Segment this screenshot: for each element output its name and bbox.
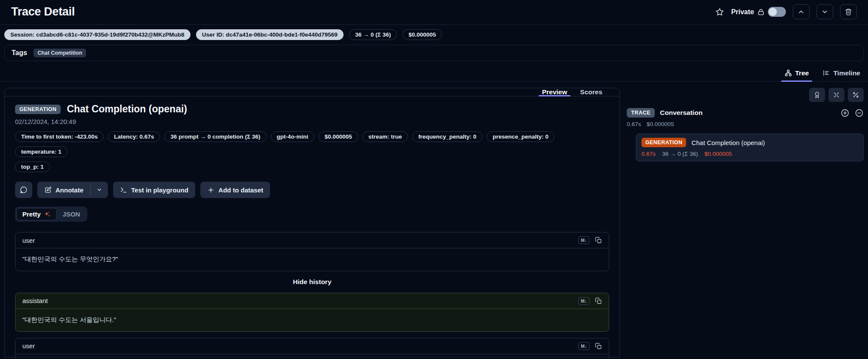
generation-latency: 0.67s bbox=[641, 151, 656, 157]
markdown-toggle-button[interactable]: M↓ bbox=[578, 236, 589, 244]
add-to-dataset-button[interactable]: Add to dataset bbox=[200, 182, 270, 198]
tree-icon bbox=[785, 69, 792, 77]
terminal-icon bbox=[120, 186, 127, 194]
comment-button[interactable] bbox=[15, 182, 32, 198]
trace-cost: $0.000005 bbox=[647, 121, 674, 127]
annotate-dropdown-button[interactable] bbox=[91, 182, 108, 198]
total-cost-badge: $0.000005 bbox=[402, 29, 442, 40]
prompt-completion-badge: 36 prompt → 0 completion (Σ 36) bbox=[164, 131, 266, 142]
message-tools: M↓ bbox=[578, 297, 602, 305]
message-header: assistant M↓ bbox=[15, 293, 609, 309]
annotate-label: Annotate bbox=[55, 186, 83, 194]
latency-badge: Latency: 0.67s bbox=[108, 131, 160, 142]
tree-generation-item[interactable]: GENERATION Chat Completion (openai) 0.67… bbox=[636, 133, 864, 161]
top-p-badge: top_p: 1 bbox=[15, 161, 50, 172]
tags-label: Tags bbox=[12, 49, 27, 57]
annotate-button[interactable]: Annotate bbox=[37, 182, 90, 198]
markdown-toggle-button[interactable]: M↓ bbox=[578, 297, 589, 305]
generation-cost: $0.000005 bbox=[704, 151, 732, 157]
privacy-label: Private bbox=[731, 8, 754, 16]
tab-preview-label: Preview bbox=[542, 88, 567, 96]
privacy-toggle[interactable] bbox=[768, 7, 786, 17]
delete-trace-button[interactable] bbox=[840, 4, 857, 19]
cost-badge: $0.000005 bbox=[319, 131, 358, 142]
preview-scores-tabs: Preview Scores bbox=[5, 88, 620, 96]
tags-bar: Tags Chat Competition bbox=[4, 45, 864, 61]
message-assistant: assistant M↓ "대한민국의 수도는 서울입니다." bbox=[15, 293, 609, 332]
tab-timeline[interactable]: Timeline bbox=[822, 65, 861, 81]
timeline-icon bbox=[822, 69, 830, 77]
observation-header: GENERATION Chat Completion (openai) bbox=[15, 103, 609, 115]
tab-tree[interactable]: Tree bbox=[784, 65, 810, 81]
format-json-label: JSON bbox=[63, 210, 80, 218]
scores-award-icon-button[interactable] bbox=[809, 88, 825, 102]
session-badge[interactable]: Session: cd3abcd6-c81c-4037-935d-19d9f27… bbox=[4, 29, 190, 40]
trace-root-row[interactable]: TRACE Conversation bbox=[627, 108, 864, 118]
hide-history-toggle[interactable]: Hide history bbox=[15, 278, 609, 286]
metrics-percent-icon-button[interactable] bbox=[848, 88, 864, 102]
tab-tree-label: Tree bbox=[795, 69, 809, 77]
message-tools: M↓ bbox=[578, 236, 602, 244]
message-content: "대한민국의 수도는 무엇인가요?" bbox=[15, 248, 609, 271]
prev-trace-button[interactable] bbox=[793, 4, 810, 19]
trace-title: Conversation bbox=[660, 109, 702, 117]
copy-icon[interactable] bbox=[595, 237, 602, 244]
format-json-button[interactable]: JSON bbox=[57, 208, 86, 220]
message-tools: M↓ bbox=[578, 342, 602, 350]
message-role: assistant bbox=[22, 297, 48, 304]
message-header: user M↓ bbox=[15, 232, 609, 248]
generation-item-metrics: 0.67s 36 → 0 (Σ 36) $0.000005 bbox=[641, 151, 858, 157]
copy-icon[interactable] bbox=[595, 297, 602, 304]
observation-title: Chat Completion (openai) bbox=[67, 103, 187, 115]
observation-body: GENERATION Chat Completion (openai) 02/1… bbox=[5, 96, 620, 359]
temperature-badge: temperature: 1 bbox=[15, 146, 67, 157]
user-id-badge[interactable]: User ID: dc47a41e-06bc-400d-bde1-f0e440d… bbox=[196, 29, 344, 40]
pen-square-icon bbox=[44, 186, 52, 194]
observation-card: Preview Scores GENERATION Chat Completio… bbox=[4, 88, 620, 357]
expand-all-icon[interactable] bbox=[840, 108, 850, 118]
trace-tree-panel: TRACE Conversation 0.67s $0.000005 GENER… bbox=[627, 88, 864, 357]
privacy-control: Private bbox=[731, 7, 786, 17]
tab-scores-label: Scores bbox=[580, 88, 602, 96]
trace-type-badge: TRACE bbox=[627, 108, 655, 118]
message-gap bbox=[15, 332, 609, 338]
format-pretty-label: Pretty bbox=[22, 210, 41, 218]
message-user-2: user M↓ "감사합니다 " bbox=[15, 338, 609, 359]
sparkles-icon bbox=[44, 211, 51, 218]
markdown-toggle-button[interactable]: M↓ bbox=[578, 342, 589, 350]
collapse-icon[interactable] bbox=[855, 108, 864, 118]
tag-chat-competition[interactable]: Chat Competition bbox=[34, 49, 86, 57]
generation-type-badge: GENERATION bbox=[15, 105, 61, 114]
message-content: "감사합니다 " bbox=[15, 354, 609, 359]
page-title: Trace Detail bbox=[11, 5, 75, 19]
lock-icon bbox=[757, 8, 765, 16]
trace-id-row: Session: cd3abcd6-c81c-4037-935d-19d9f27… bbox=[0, 25, 868, 44]
annotate-split-button: Annotate bbox=[37, 182, 108, 198]
observation-timestamp: 02/12/2024, 14:20:49 bbox=[15, 118, 609, 125]
message-header: user M↓ bbox=[15, 338, 609, 354]
stream-badge: stream: true bbox=[362, 131, 408, 142]
generation-badge: GENERATION bbox=[641, 138, 686, 147]
bookmark-star-icon[interactable] bbox=[715, 7, 724, 17]
generation-item-header: GENERATION Chat Completion (openai) bbox=[641, 138, 858, 147]
page-header: Trace Detail Private bbox=[0, 0, 868, 25]
tab-scores[interactable]: Scores bbox=[580, 88, 602, 96]
meta-badges-row-1: Time to first token: -423.00s Latency: 0… bbox=[15, 131, 609, 157]
message-list: user M↓ "대한민국의 수도는 무엇인가요?" Hide history … bbox=[15, 232, 609, 359]
test-in-playground-label: Test in playground bbox=[131, 186, 188, 194]
copy-icon[interactable] bbox=[595, 343, 602, 350]
message-content: "대한민국의 수도는 서울입니다." bbox=[15, 309, 609, 331]
trace-latency: 0.67s bbox=[627, 121, 641, 127]
trace-metrics: 0.67s $0.000005 bbox=[627, 121, 864, 127]
main-content: Preview Scores GENERATION Chat Completio… bbox=[0, 82, 868, 357]
tree-controls bbox=[627, 88, 864, 102]
plus-icon bbox=[207, 186, 215, 194]
format-pretty-button[interactable]: Pretty bbox=[16, 208, 57, 220]
test-in-playground-button[interactable]: Test in playground bbox=[113, 182, 195, 198]
next-trace-button[interactable] bbox=[816, 4, 833, 19]
tab-preview[interactable]: Preview bbox=[542, 88, 567, 96]
token-usage-badge: 36 → 0 (Σ 36) bbox=[349, 29, 397, 40]
header-actions: Private bbox=[715, 4, 857, 19]
tab-timeline-label: Timeline bbox=[833, 69, 860, 77]
collapse-all-icon-button[interactable] bbox=[828, 88, 844, 102]
